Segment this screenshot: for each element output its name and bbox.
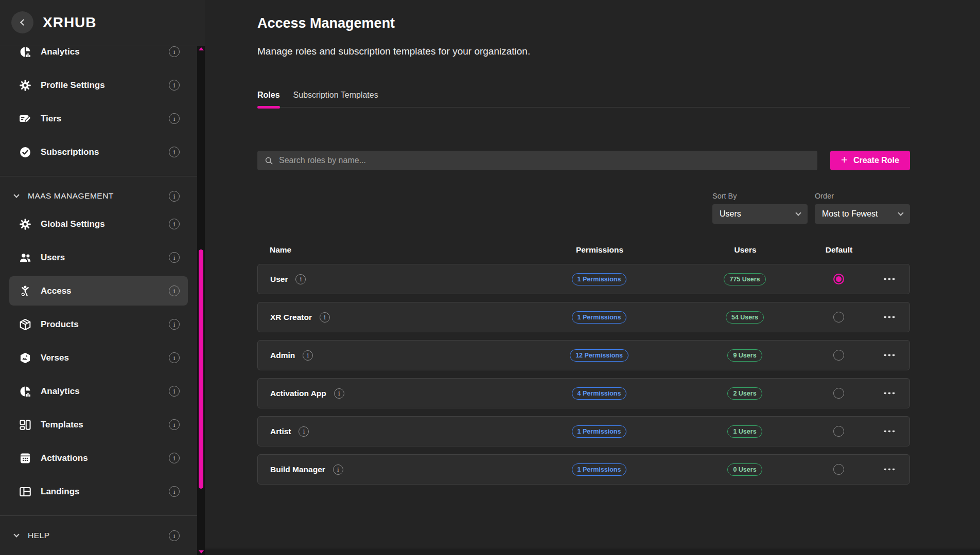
sidebar-section-help[interactable]: HELP — [0, 524, 197, 547]
tiers-icon — [19, 112, 32, 126]
info-icon[interactable] — [295, 274, 306, 284]
scroll-down-arrow-icon[interactable] — [199, 550, 204, 553]
gear-icon — [19, 218, 32, 231]
role-name: Build Manager — [270, 465, 325, 474]
role-row: XR Creator 1 Permissions 54 Users — [257, 302, 910, 332]
info-icon[interactable] — [320, 312, 330, 323]
sidebar-item-subscriptions[interactable]: Subscriptions — [0, 135, 197, 169]
order-select[interactable]: Most to Fewest — [815, 204, 910, 224]
chevron-down-icon — [13, 192, 19, 198]
info-icon[interactable] — [169, 285, 180, 296]
chevron-down-icon — [13, 531, 19, 537]
chevron-down-icon — [795, 210, 801, 216]
sidebar-item-global-settings[interactable]: Global Settings — [0, 207, 197, 241]
page-subtitle: Manage roles and subscription templates … — [257, 45, 910, 58]
sidebar-item-users[interactable]: Users — [0, 241, 197, 274]
sidebar-divider — [0, 515, 197, 516]
info-icon[interactable] — [169, 530, 180, 541]
role-row: Artist 1 Permissions 1 Users — [257, 416, 910, 446]
scrollbar-thumb[interactable] — [199, 249, 203, 489]
access-icon — [19, 284, 32, 298]
info-icon[interactable] — [169, 252, 180, 263]
tab-roles[interactable]: Roles — [257, 91, 280, 107]
sidebar-item-profile-settings[interactable]: Profile Settings — [0, 68, 197, 102]
role-name: Artist — [270, 427, 291, 436]
sidebar-scrollbar[interactable] — [197, 46, 205, 555]
sort-controls: Sort By Users Order Most to Fewest — [257, 192, 910, 224]
sidebar-item-tiers[interactable]: Tiers — [0, 102, 197, 135]
default-radio[interactable] — [833, 464, 844, 475]
sort-by-value: Users — [720, 209, 741, 219]
default-radio[interactable] — [833, 274, 844, 284]
footer-strip — [205, 548, 980, 555]
sidebar-divider — [0, 176, 197, 176]
info-icon[interactable] — [169, 46, 180, 57]
row-menu-button[interactable] — [883, 430, 896, 433]
info-icon[interactable] — [333, 464, 343, 475]
row-menu-button[interactable] — [883, 278, 896, 280]
default-radio[interactable] — [833, 388, 844, 399]
info-icon[interactable] — [169, 80, 180, 91]
roles-table: Name Permissions Users Default User 1 Pe… — [257, 245, 910, 485]
row-menu-button[interactable] — [883, 392, 896, 395]
info-icon[interactable] — [169, 319, 180, 330]
role-row: User 1 Permissions 775 Users — [257, 264, 910, 294]
sidebar-item-access[interactable]: Access — [0, 274, 197, 308]
gear-icon — [19, 79, 32, 92]
default-radio[interactable] — [833, 426, 844, 437]
sort-by-select[interactable]: Users — [712, 204, 808, 224]
default-radio[interactable] — [833, 350, 844, 361]
info-icon[interactable] — [169, 453, 180, 463]
role-row: Build Manager 1 Permissions 0 Users — [257, 454, 910, 485]
role-row: Activation App 4 Permissions 2 Users — [257, 378, 910, 408]
info-icon[interactable] — [169, 419, 180, 430]
info-icon[interactable] — [169, 352, 180, 363]
info-icon[interactable] — [299, 426, 309, 437]
info-icon[interactable] — [169, 219, 180, 229]
default-radio[interactable] — [833, 312, 844, 323]
table-body: User 1 Permissions 775 Users XR Creator … — [257, 264, 910, 485]
templates-icon — [19, 418, 32, 432]
sidebar-item-verses[interactable]: Verses — [0, 341, 197, 374]
info-icon[interactable] — [169, 386, 180, 397]
back-button[interactable] — [11, 11, 33, 33]
order-label: Order — [815, 192, 910, 200]
analytics-icon — [19, 45, 32, 59]
users-badge: 775 Users — [724, 273, 765, 285]
info-icon[interactable] — [169, 113, 180, 124]
landings-icon — [19, 485, 32, 498]
sidebar-item-analytics[interactable]: Analytics — [0, 35, 197, 68]
search-input[interactable] — [279, 156, 811, 165]
scroll-up-arrow-icon[interactable] — [199, 47, 204, 50]
sidebar-item-products[interactable]: Products — [0, 308, 197, 341]
check-circle-icon — [19, 146, 32, 159]
create-role-button[interactable]: + Create Role — [830, 151, 910, 170]
sidebar-item-landings[interactable]: Landings — [0, 475, 197, 508]
info-icon[interactable] — [169, 147, 180, 157]
role-name: Activation App — [270, 389, 326, 398]
tab-subscription-templates[interactable]: Subscription Templates — [293, 91, 378, 107]
role-name: User — [270, 275, 288, 284]
permissions-badge: 1 Permissions — [572, 425, 627, 438]
sidebar-item-templates[interactable]: Templates — [0, 408, 197, 441]
row-menu-button[interactable] — [883, 354, 896, 356]
info-icon[interactable] — [169, 486, 180, 497]
row-menu-button[interactable] — [883, 316, 896, 318]
tabs: Roles Subscription Templates — [257, 91, 910, 108]
search-icon — [264, 156, 274, 166]
sidebar-nav: Analytics Profile Settings Tiers Subscri… — [0, 46, 197, 547]
permissions-badge: 1 Permissions — [572, 311, 627, 324]
sidebar-section-maas-management[interactable]: MAAS MANAGEMENT — [0, 185, 197, 207]
info-icon[interactable] — [169, 191, 180, 202]
table-header: Name Permissions Users Default — [257, 245, 910, 264]
sidebar-item-analytics[interactable]: Analytics — [0, 374, 197, 408]
row-menu-button[interactable] — [883, 468, 896, 471]
permissions-badge: 12 Permissions — [570, 349, 628, 362]
order-value: Most to Fewest — [822, 209, 878, 219]
toolbar: + Create Role — [257, 151, 910, 170]
role-row: Admin 12 Permissions 9 Users — [257, 340, 910, 370]
role-name: Admin — [270, 351, 295, 360]
info-icon[interactable] — [303, 350, 313, 361]
sidebar-item-activations[interactable]: Activations — [0, 441, 197, 475]
info-icon[interactable] — [334, 388, 344, 399]
